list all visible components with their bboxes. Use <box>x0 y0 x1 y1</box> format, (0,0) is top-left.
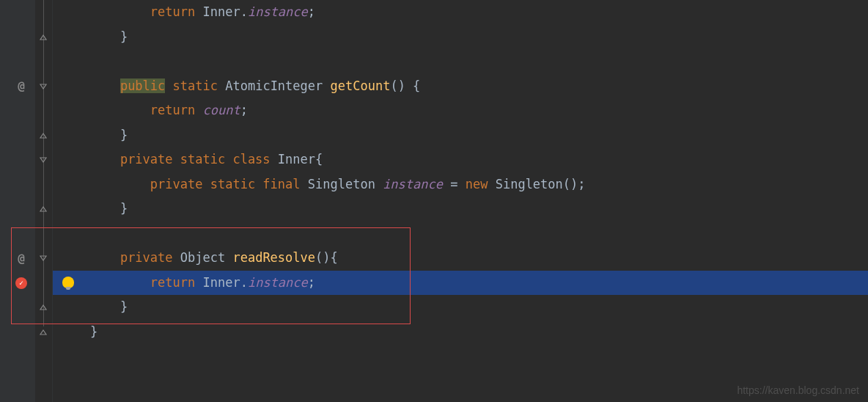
code-line[interactable]: private static final Singleton instance … <box>53 172 868 197</box>
svg-marker-0 <box>40 35 46 40</box>
svg-marker-7 <box>40 330 46 335</box>
svg-marker-2 <box>40 134 46 138</box>
inspection-badge-icon[interactable] <box>15 277 28 290</box>
code-line[interactable]: } <box>53 295 868 320</box>
override-icon[interactable]: @ <box>15 80 28 93</box>
code-line[interactable]: } <box>53 197 868 222</box>
code-line[interactable]: return count; <box>53 98 868 123</box>
fold-close-icon[interactable] <box>38 204 48 214</box>
intention-bulb-icon[interactable] <box>62 277 74 288</box>
fold-gutter <box>35 0 53 402</box>
override-icon[interactable]: @ <box>15 252 28 265</box>
watermark: https://kaven.blog.csdn.net <box>737 384 859 396</box>
fold-close-icon[interactable] <box>38 302 48 313</box>
code-line[interactable]: private Object readResolve(){ <box>53 246 868 271</box>
code-line[interactable]: public static AtomicInteger getCount() { <box>53 74 868 99</box>
fold-open-icon[interactable] <box>38 155 48 165</box>
svg-marker-1 <box>40 84 46 89</box>
fold-open-icon[interactable] <box>38 81 48 92</box>
code-line[interactable] <box>53 49 868 74</box>
icon-gutter: @@ <box>0 0 35 402</box>
code-editor: @@ return Inner.instance; } public stati… <box>0 0 868 402</box>
svg-marker-5 <box>40 256 46 260</box>
svg-marker-4 <box>40 207 46 211</box>
code-line[interactable]: } <box>53 320 868 345</box>
code-line[interactable]: } <box>53 25 868 50</box>
code-line[interactable]: } <box>53 123 868 148</box>
code-line[interactable]: return Inner.instance; <box>53 271 868 296</box>
svg-marker-6 <box>40 305 46 310</box>
fold-close-icon[interactable] <box>38 327 48 337</box>
code-line[interactable]: return Inner.instance; <box>53 0 868 25</box>
code-line[interactable]: private static class Inner{ <box>53 147 868 172</box>
fold-close-icon[interactable] <box>38 131 48 141</box>
fold-open-icon[interactable] <box>38 253 48 263</box>
svg-marker-3 <box>40 158 46 162</box>
code-line[interactable] <box>53 222 868 246</box>
fold-close-icon[interactable] <box>38 32 48 43</box>
code-area[interactable]: return Inner.instance; } public static A… <box>53 0 868 402</box>
